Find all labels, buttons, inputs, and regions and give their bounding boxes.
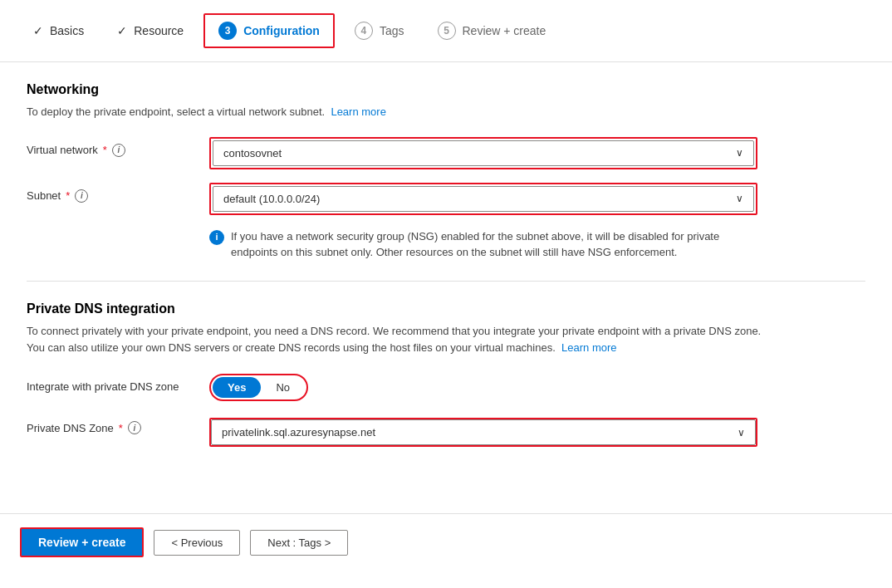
integrate-dns-row: Integrate with private DNS zone Yes No <box>27 374 865 401</box>
wizard-step-resource[interactable]: ✓ Resource <box>104 17 197 44</box>
virtual-network-row: Virtual network * i contosovnet ∨ <box>27 137 865 169</box>
subnet-highlight: default (10.0.0.0/24) ∨ <box>209 183 757 215</box>
basics-label: Basics <box>50 24 84 37</box>
wizard-step-review-create[interactable]: 5 Review + create <box>424 15 560 47</box>
dns-title: Private DNS integration <box>27 301 865 316</box>
wizard-step-tags[interactable]: 4 Tags <box>341 15 418 47</box>
subnet-info-icon[interactable]: i <box>75 189 88 203</box>
basics-check-icon: ✓ <box>33 24 43 37</box>
virtual-network-value: contosovnet <box>223 147 282 159</box>
subnet-dropdown[interactable]: default (10.0.0.0/24) ∨ <box>213 186 754 212</box>
nsg-info-circle: i <box>209 230 224 245</box>
footer: Review + create < Previous Next : Tags > <box>0 513 892 571</box>
vnet-info-icon[interactable]: i <box>112 144 125 157</box>
subnet-dropdown-arrow: ∨ <box>736 193 743 204</box>
integrate-dns-control: Yes No <box>209 374 757 401</box>
virtual-network-label: Virtual network * i <box>27 137 209 157</box>
networking-learn-more-link[interactable]: Learn more <box>331 105 385 118</box>
review-create-button[interactable]: Review + create <box>20 527 144 557</box>
networking-description: To deploy the private endpoint, select a… <box>27 104 865 120</box>
tags-step-num: 4 <box>355 22 373 40</box>
integrate-dns-label: Integrate with private DNS zone <box>27 374 209 393</box>
dns-learn-more-link[interactable]: Learn more <box>561 341 616 354</box>
review-step-num: 5 <box>438 22 456 40</box>
wizard-step-configuration[interactable]: 3 Configuration <box>203 13 335 48</box>
configuration-label: Configuration <box>243 24 320 37</box>
toggle-no-button[interactable]: No <box>261 377 305 398</box>
dns-zone-dropdown[interactable]: privatelink.sql.azuresynapse.net ∨ <box>211 419 756 445</box>
nsg-info-text: If you have a network security group (NS… <box>231 228 757 261</box>
subnet-value: default (10.0.0.0/24) <box>223 193 320 205</box>
integrate-dns-toggle: Yes No <box>209 374 308 401</box>
private-dns-zone-label: Private DNS Zone * i <box>27 414 209 434</box>
subnet-control: default (10.0.0.0/24) ∨ <box>209 183 757 215</box>
dns-zone-highlight: privatelink.sql.azuresynapse.net ∨ <box>209 418 757 447</box>
private-dns-zone-row: Private DNS Zone * i privatelink.sql.azu… <box>27 414 865 447</box>
previous-button[interactable]: < Previous <box>154 530 240 556</box>
dns-zone-required-star: * <box>119 422 123 434</box>
section-divider <box>27 281 865 282</box>
subnet-label: Subnet * i <box>27 183 209 203</box>
virtual-network-dropdown[interactable]: contosovnet ∨ <box>213 140 754 166</box>
wizard-step-basics[interactable]: ✓ Basics <box>20 17 97 44</box>
wizard-nav: ✓ Basics ✓ Resource 3 Configuration 4 Ta… <box>0 0 892 62</box>
networking-title: Networking <box>27 82 865 97</box>
resource-check-icon: ✓ <box>117 24 127 37</box>
tags-label: Tags <box>380 24 404 37</box>
subnet-required-star: * <box>66 189 70 202</box>
subnet-row: Subnet * i default (10.0.0.0/24) ∨ <box>27 183 865 215</box>
dns-zone-dropdown-arrow: ∨ <box>738 427 745 439</box>
toggle-yes-button[interactable]: Yes <box>213 377 261 398</box>
dns-zone-info-icon[interactable]: i <box>128 421 141 434</box>
private-dns-zone-control: privatelink.sql.azuresynapse.net ∨ <box>209 414 757 447</box>
virtual-network-control: contosovnet ∨ <box>209 137 757 169</box>
configuration-step-num: 3 <box>218 22 237 40</box>
review-create-label: Review + create <box>463 24 546 37</box>
vnet-required-star: * <box>103 144 107 156</box>
dns-description: To connect privately with your private e… <box>27 323 774 358</box>
vnet-dropdown-arrow: ∨ <box>736 147 743 159</box>
main-content: Networking To deploy the private endpoin… <box>0 62 892 480</box>
nsg-info-box: i If you have a network security group (… <box>209 228 757 261</box>
dns-zone-value: privatelink.sql.azuresynapse.net <box>222 426 375 439</box>
resource-label: Resource <box>134 24 184 37</box>
next-button[interactable]: Next : Tags > <box>250 530 348 556</box>
virtual-network-highlight: contosovnet ∨ <box>209 137 757 169</box>
